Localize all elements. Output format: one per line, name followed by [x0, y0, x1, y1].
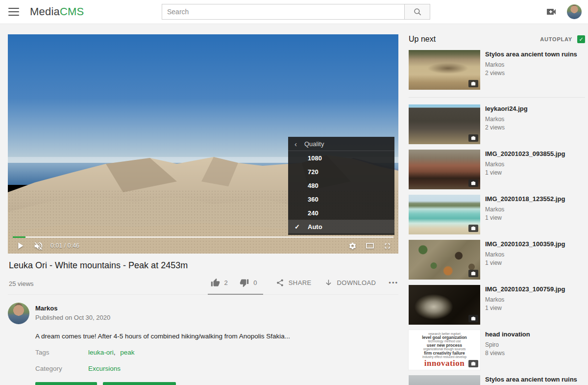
author-name[interactable]: Markos — [35, 305, 110, 312]
chevron-left-icon: ‹ — [294, 140, 297, 148]
media-item-author[interactable]: Markos — [485, 161, 565, 168]
quality-option[interactable]: ✓Auto — [288, 220, 394, 233]
category-label: Category — [35, 365, 88, 372]
quality-option[interactable]: 240 — [288, 206, 394, 220]
theater-mode-button[interactable] — [365, 241, 375, 251]
quality-option[interactable]: 480 — [288, 179, 394, 192]
up-next-item[interactable]: IMG_20201023_100759.jpg Markos 1 view — [409, 285, 585, 325]
up-next-item[interactable]: Stylos area ancient town ruins — [409, 375, 585, 385]
media-item-views: 2 views — [485, 70, 577, 77]
camera-icon — [468, 225, 478, 232]
category-row: Category Excursions — [35, 365, 398, 372]
media-item-author[interactable]: Markos — [485, 206, 565, 213]
quality-option[interactable]: 1080 — [288, 151, 394, 165]
video-player[interactable]: ‹ Quality 1080720480360240✓Auto 0:01 / 0… — [8, 34, 398, 254]
volume-off-icon — [33, 241, 44, 251]
tags-row: Tags leuka-ori, peak — [35, 349, 398, 356]
up-next-item[interactable]: research better marketlevel goal organiz… — [409, 330, 585, 370]
category-link[interactable]: Excursions — [88, 365, 121, 372]
media-thumbnail[interactable] — [409, 375, 480, 385]
share-icon — [276, 279, 284, 287]
media-item-views: 8 views — [485, 350, 530, 357]
fullscreen-button[interactable] — [383, 242, 392, 250]
media-item-title[interactable]: IMG_20201023_100759.jpg — [485, 285, 565, 294]
media-item-views: 1 view — [485, 169, 565, 176]
quality-option[interactable]: 720 — [288, 165, 394, 179]
download-button[interactable]: DOWNLOAD — [324, 279, 376, 287]
author-avatar[interactable] — [8, 303, 29, 324]
tag-link[interactable]: leuka-ori — [88, 349, 114, 356]
more-icon: ••• — [389, 279, 398, 286]
camera-icon — [468, 315, 478, 322]
media-item-author[interactable]: Markos — [485, 116, 528, 123]
media-thumbnail[interactable] — [409, 150, 480, 189]
media-thumbnail[interactable] — [409, 285, 480, 325]
gear-icon — [348, 242, 357, 250]
check-icon: ✓ — [294, 223, 302, 231]
media-item-author[interactable]: Markos — [485, 61, 577, 68]
media-thumbnail[interactable]: research better marketlevel goal organiz… — [409, 330, 480, 370]
search-form — [162, 4, 430, 20]
app-header: MediaCMS — [0, 0, 588, 24]
media-item-author[interactable]: Markos — [485, 251, 565, 258]
play-button[interactable] — [15, 240, 25, 251]
content: ‹ Quality 1080720480360240✓Auto 0:01 / 0… — [0, 24, 588, 385]
up-next-item[interactable]: leykaori24.jpg Markos 2 views — [409, 104, 585, 144]
media-item-author[interactable]: Spiro — [485, 341, 530, 348]
tag-link[interactable]: peak — [120, 349, 134, 356]
main-column: ‹ Quality 1080720480360240✓Auto 0:01 / 0… — [8, 34, 398, 385]
media-thumbnail[interactable] — [409, 240, 480, 280]
search-input[interactable] — [162, 4, 405, 20]
edit-media-button[interactable]: EDIT MEDIA — [35, 382, 97, 385]
tag-links: leuka-ori, peak — [88, 349, 135, 356]
settings-button[interactable] — [348, 242, 357, 250]
up-next-item[interactable]: IMG_20201023_100359.jpg Markos 1 view — [409, 240, 585, 280]
delete-media-button[interactable]: DELETE MEDIA — [103, 382, 175, 385]
videocam-plus-icon — [545, 6, 557, 18]
share-button[interactable]: SHARE — [276, 279, 312, 287]
author-row: Markos Published on Oct 30, 2020 — [8, 303, 398, 324]
logo[interactable]: MediaCMS — [30, 5, 84, 18]
mediacms-page: MediaCMS — [0, 0, 588, 385]
like-count: 2 — [224, 279, 228, 286]
media-item-views: 1 view — [485, 259, 565, 266]
like-button[interactable]: 2 — [211, 278, 228, 287]
media-item-title[interactable]: IMG_20201023_100359.jpg — [485, 240, 565, 249]
media-thumbnail[interactable] — [409, 50, 480, 90]
up-next-item[interactable]: Stylos area ancient town ruins Markos 2 … — [409, 50, 585, 90]
hamburger-icon — [8, 8, 19, 9]
quality-menu: ‹ Quality 1080720480360240✓Auto — [288, 137, 394, 235]
upload-media-button[interactable] — [545, 6, 557, 18]
media-item-title[interactable]: head inovation — [485, 331, 530, 339]
user-avatar[interactable] — [567, 4, 582, 19]
media-item-title[interactable]: IMG_20201018_123552.jpg — [485, 195, 565, 204]
media-item-views: 1 view — [485, 305, 565, 311]
media-thumbnail[interactable] — [409, 104, 480, 144]
media-meta-row: 25 views 2 0 SHARE — [8, 278, 398, 295]
search-button[interactable] — [404, 4, 430, 20]
media-item-author[interactable]: Markos — [485, 296, 565, 303]
up-next-item[interactable]: IMG_20201023_093855.jpg Markos 1 view — [409, 150, 585, 189]
dislike-button[interactable]: 0 — [240, 278, 257, 287]
media-item-title[interactable]: leykaori24.jpg — [485, 105, 528, 113]
more-options-button[interactable]: ••• — [389, 279, 398, 286]
manage-buttons: EDIT MEDIA DELETE MEDIA — [35, 382, 398, 385]
media-thumbnail[interactable] — [409, 195, 480, 234]
media-item-title[interactable]: Stylos area ancient town ruins — [485, 376, 577, 384]
autoplay-checkbox[interactable]: ✓ — [577, 35, 585, 43]
up-next-item[interactable]: IMG_20201018_123552.jpg Markos 1 view — [409, 195, 585, 234]
fullscreen-icon — [383, 242, 392, 250]
publish-date: Published on Oct 30, 2020 — [35, 314, 110, 321]
quality-menu-header[interactable]: ‹ Quality — [288, 137, 394, 151]
quality-option[interactable]: 360 — [288, 192, 394, 206]
camera-icon — [468, 270, 478, 277]
quality-menu-title: Quality — [304, 140, 324, 148]
media-item-title[interactable]: Stylos area ancient town ruins — [485, 51, 577, 59]
mute-button[interactable] — [33, 241, 44, 251]
download-icon — [324, 279, 333, 287]
up-next-title: Up next — [409, 35, 436, 44]
media-item-title[interactable]: IMG_20201023_093855.jpg — [485, 150, 565, 158]
menu-button[interactable] — [8, 8, 19, 16]
logo-accent-text: CMS — [60, 5, 84, 18]
media-actions: 2 0 SHARE DOWNLOAD — [208, 278, 399, 287]
